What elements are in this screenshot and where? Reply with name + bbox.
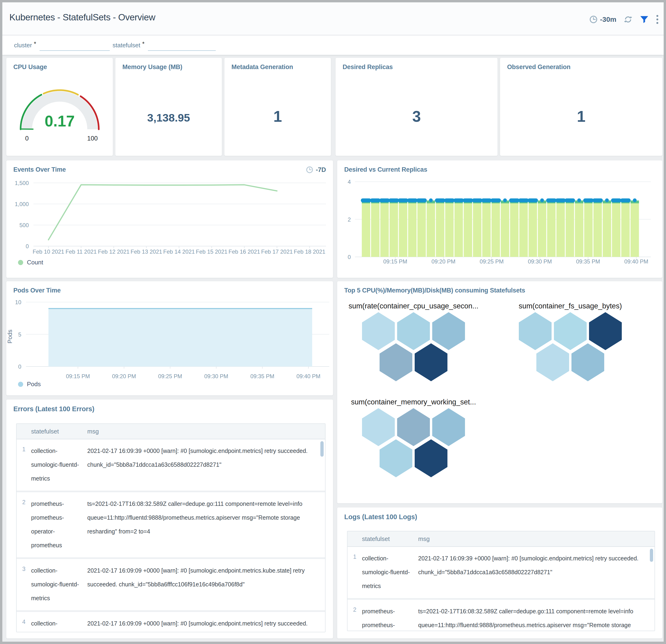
table-row[interactable]: 1collection-sumologic-fluentd-metrics202…	[348, 547, 654, 598]
svg-text:09:30 PM: 09:30 PM	[528, 258, 552, 265]
svg-text:0.17: 0.17	[45, 113, 75, 130]
filter-icon[interactable]	[640, 15, 649, 24]
honeycomb-cell[interactable]	[536, 343, 569, 381]
honeycomb-cell[interactable]	[415, 343, 448, 381]
honeycomb-cells	[362, 312, 465, 383]
svg-text:Feb 16 2021: Feb 16 2021	[229, 249, 260, 255]
svg-text:09:20 PM: 09:20 PM	[432, 258, 456, 265]
kebab-menu-icon[interactable]	[656, 15, 659, 24]
panel-title: Metadata Generation	[231, 64, 293, 71]
svg-text:Feb 10 2021: Feb 10 2021	[33, 249, 64, 255]
svg-text:09:25 PM: 09:25 PM	[158, 373, 182, 379]
filter-cluster-label: cluster	[14, 42, 32, 51]
honeycomb-cell[interactable]	[554, 312, 587, 350]
svg-text:09:40 PM: 09:40 PM	[297, 373, 320, 379]
panel-cpu-usage[interactable]: CPU Usage 0.170100	[6, 57, 113, 156]
table-row[interactable]: 1collection-sumologic-fluentd-metrics202…	[17, 439, 325, 491]
filter-required-mark: *	[140, 40, 145, 51]
logs-table: statefulset msg 1collection-sumologic-fl…	[347, 531, 655, 631]
page-title: Kubernetes - StatefulSets - Overview	[10, 12, 155, 22]
svg-text:Feb 13 2021: Feb 13 2021	[130, 249, 162, 255]
honeycomb-cell[interactable]	[380, 343, 412, 381]
metadata-generation-value: 1	[224, 107, 331, 125]
honeycomb-cell[interactable]	[362, 408, 395, 446]
svg-text:0: 0	[25, 135, 29, 142]
panel-metadata-generation[interactable]: Metadata Generation 1	[224, 57, 331, 156]
events-line-chart[interactable]: 05001,0001,500Feb 10 2021Feb 11 2021Feb …	[6, 160, 333, 278]
panel-title: Observed Generation	[507, 64, 571, 71]
honeycomb-cell[interactable]	[572, 343, 604, 381]
panel-top5-statefulsets[interactable]: Top 5 CPU(%)/Memory(MB)/Disk(MB) consumi…	[337, 281, 663, 504]
row-number: 1	[17, 444, 31, 486]
table-scrollbar[interactable]	[320, 441, 323, 457]
svg-text:09:25 PM: 09:25 PM	[480, 258, 504, 265]
cell-msg: 2021-02-17 16:09:39 +0000 [warn]: #0 [su…	[418, 552, 649, 593]
time-range-label: -30m	[600, 15, 616, 23]
table-row[interactable]: 4collection-sumologic-fluentd-metrics202…	[17, 610, 325, 632]
legend-item-pods[interactable]: Pods	[18, 380, 41, 388]
svg-text:Feb 14 2021: Feb 14 2021	[163, 249, 195, 255]
svg-text:0: 0	[18, 363, 21, 370]
column-header-msg[interactable]: msg	[87, 428, 325, 435]
table-body: 1collection-sumologic-fluentd-metrics202…	[17, 439, 325, 632]
panel-desired-vs-current-replicas[interactable]: Desired vs Current Replicas 02409:15 PM0…	[337, 160, 663, 278]
filter-required-mark: *	[32, 40, 36, 51]
row-number: 2	[17, 497, 31, 552]
panel-title: Logs (Latest 100 Logs)	[344, 513, 417, 521]
honeycomb-cell[interactable]	[362, 312, 395, 350]
panel-title: Errors (Latest 100 Errors)	[13, 405, 94, 413]
table-scrollbar[interactable]	[650, 549, 653, 562]
replicas-bar-chart[interactable]: 02409:15 PM09:20 PM09:25 PM09:30 PM09:35…	[337, 160, 662, 278]
column-header-statefulset[interactable]: statefulset	[362, 535, 418, 543]
svg-text:4: 4	[348, 179, 351, 185]
legend-item-count[interactable]: Count	[18, 259, 43, 266]
svg-text:09:35 PM: 09:35 PM	[250, 373, 275, 379]
cluster-filter-input[interactable]	[39, 40, 110, 51]
clock-icon	[589, 15, 598, 24]
legend-dot	[18, 260, 23, 265]
svg-text:09:35 PM: 09:35 PM	[576, 258, 600, 265]
legend-label: Count	[27, 259, 43, 266]
statefulset-filter-input[interactable]	[148, 40, 216, 51]
honeycomb-cell[interactable]	[415, 439, 448, 477]
honeycomb-cell[interactable]	[432, 312, 465, 350]
filter-bar: cluster * statefulset *	[2, 36, 664, 55]
panel-title: Desired Replicas	[343, 64, 393, 71]
honeycomb-cell[interactable]	[519, 312, 551, 350]
table-row[interactable]: 2prometheus-prometheus-operator-promethe…	[17, 491, 325, 557]
legend-dot	[18, 382, 23, 387]
cpu-gauge-chart[interactable]: 0.170100	[6, 58, 113, 156]
honeycomb-cell[interactable]	[397, 408, 430, 446]
honeycomb-cells	[362, 408, 465, 478]
pods-area-chart[interactable]: 051009:15 PM09:20 PM09:25 PM09:30 PM09:3…	[6, 281, 333, 395]
panel-events-over-time[interactable]: Events Over Time -7D 05001,0001,500Feb 1…	[6, 160, 333, 278]
honeycomb-cell[interactable]	[432, 408, 465, 446]
dashboard-page: Kubernetes - StatefulSets - Overview -30…	[2, 2, 664, 642]
time-range-button[interactable]: -30m	[589, 15, 616, 24]
honeycomb-cell[interactable]	[589, 312, 622, 350]
panel-memory-usage[interactable]: Memory Usage (MB) 3,138.95	[115, 57, 222, 156]
column-header-statefulset[interactable]: statefulset	[31, 428, 87, 435]
header-bar: Kubernetes - StatefulSets - Overview -30…	[2, 2, 664, 35]
panel-errors[interactable]: Errors (Latest 100 Errors) statefulset m…	[6, 399, 333, 639]
table-body: 1collection-sumologic-fluentd-metrics202…	[348, 547, 654, 631]
panel-logs[interactable]: Logs (Latest 100 Logs) statefulset msg 1…	[337, 507, 663, 639]
honeycomb-cell[interactable]	[380, 439, 412, 477]
table-header: statefulset msg	[348, 531, 654, 547]
svg-text:09:20 PM: 09:20 PM	[112, 373, 136, 379]
panel-pods-over-time[interactable]: Pods Over Time 051009:15 PM09:20 PM09:25…	[6, 281, 333, 395]
honeycomb-cell[interactable]	[397, 312, 430, 350]
panel-observed-generation[interactable]: Observed Generation 1	[500, 57, 663, 156]
errors-table: statefulset msg 1collection-sumologic-fl…	[16, 423, 326, 632]
svg-text:1,000: 1,000	[15, 201, 29, 207]
dashboard-window: { "window_title": "Kubernetes - Stateful…	[0, 0, 666, 644]
svg-text:Feb 12 2021: Feb 12 2021	[98, 249, 130, 255]
svg-text:0: 0	[26, 243, 29, 249]
svg-text:09:15 PM: 09:15 PM	[66, 373, 90, 379]
table-row[interactable]: 2prometheus-prometheus-operator-promethe…	[348, 598, 654, 631]
panel-desired-replicas[interactable]: Desired Replicas 3	[335, 57, 498, 156]
svg-text:2: 2	[348, 216, 351, 223]
refresh-icon[interactable]	[624, 15, 633, 24]
table-row[interactable]: 3collection-sumologic-fluentd-metrics202…	[17, 557, 325, 610]
column-header-msg[interactable]: msg	[418, 535, 654, 543]
